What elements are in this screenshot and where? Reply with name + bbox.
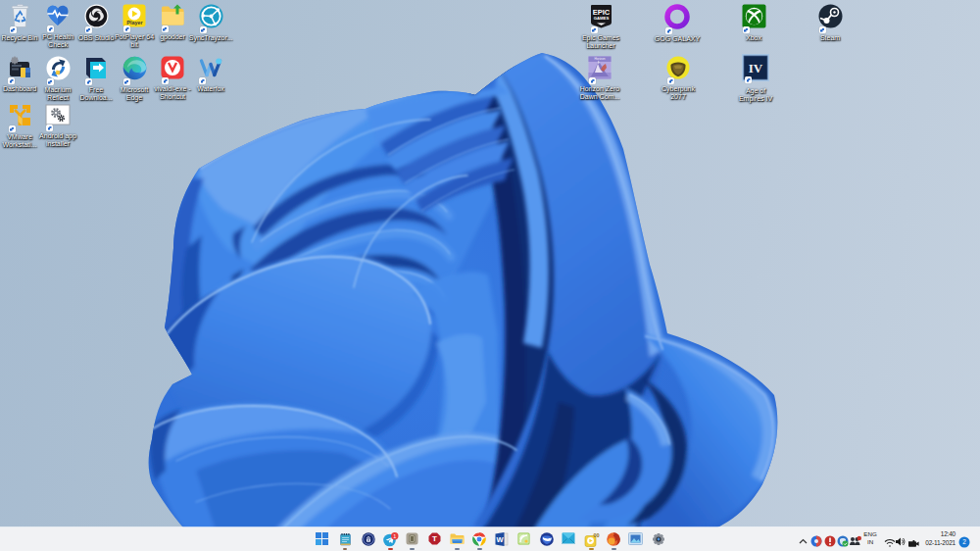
svg-text:00: 00 — [593, 532, 599, 538]
svg-text:W: W — [496, 535, 504, 544]
svg-text:Player: Player — [126, 20, 143, 25]
svg-text:GAMES: GAMES — [593, 16, 609, 21]
svg-text:T: T — [432, 534, 437, 543]
svg-text:1: 1 — [393, 533, 396, 539]
svg-text:IV: IV — [749, 61, 763, 75]
svg-text:Horizon: Horizon — [595, 57, 606, 61]
svg-text:2: 2 — [962, 538, 966, 545]
